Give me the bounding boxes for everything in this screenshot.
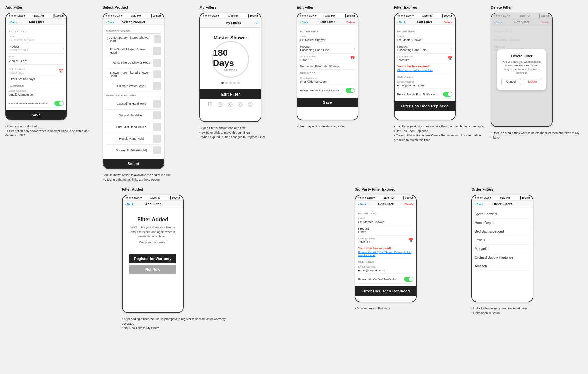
not-now-btn[interactable]: Not Now <box>129 265 176 274</box>
filter-expired-nav-title: Edit Filter <box>417 20 432 24</box>
order-store-1[interactable]: Sprite Showers <box>475 210 530 219</box>
edit-email-value[interactable]: email@domain.com <box>300 80 355 83</box>
product-item-5[interactable]: Ultimate Water Saver <box>106 80 161 92</box>
product-thumb-3[interactable] <box>153 59 161 67</box>
product-thumb-hh3[interactable] <box>153 123 161 131</box>
select-product-nav[interactable]: ‹ Back Select Product <box>103 19 164 26</box>
tab-icon-1[interactable]: ⊞ <box>208 100 213 108</box>
third-party-nav[interactable]: ‹ Back Edit Filter Delete <box>355 201 416 208</box>
product-thumb-hh4[interactable] <box>153 135 161 143</box>
select-product-btn[interactable]: Select <box>103 159 164 168</box>
filter-arc-option[interactable]: ARC <box>21 60 27 63</box>
tab-icon-5[interactable]: ◎ <box>248 100 253 108</box>
add-filter-date-row[interactable]: Date Installed Select Date 📅 <box>9 66 64 76</box>
product-thumb-hh2[interactable] <box>153 111 161 119</box>
order-filters-back-btn[interactable]: ‹ Back <box>475 203 483 206</box>
order-store-3[interactable]: Bed Bath & Beyond <box>475 227 530 236</box>
top-row: Add Filter ●●●●● SBX ▾ 1:20 PM ▐ 100%■ ‹… <box>5 5 583 182</box>
product-thumb-hh5[interactable] <box>153 146 161 154</box>
expired-label-value[interactable]: Ex. Master Shower <box>397 38 452 42</box>
tab-icon-3[interactable]: ◎ <box>228 100 233 108</box>
order-filters-body: Sprite Showers Home Depot Bed Bath & Bey… <box>472 208 533 302</box>
dot-4 <box>233 82 236 84</box>
add-filter-label-value[interactable]: Ex. Master Shower <box>9 38 64 42</box>
email-value[interactable]: email@domain.com <box>9 93 64 96</box>
third-party-email-value[interactable]: email@domain.com <box>358 269 413 272</box>
delete-modal-cancel-btn[interactable]: Cancel <box>501 78 521 85</box>
third-party-product-row[interactable]: Product Other › <box>358 225 413 236</box>
order-store-2[interactable]: Home Depot <box>475 219 530 227</box>
edit-label-value[interactable]: Ex. Master Shower <box>300 38 355 42</box>
edit-filter-save-btn[interactable]: Save <box>297 98 358 107</box>
product-item-3[interactable]: Royal Filtered Shower Head <box>106 57 161 69</box>
add-filter-nav[interactable]: ‹ Back Add Filter <box>6 19 66 26</box>
select-product-back-btn[interactable]: ‹ Back <box>106 21 114 24</box>
push-toggle[interactable] <box>54 101 64 106</box>
third-party-expired-link[interactable]: Browse the full Sprite Shower Catalog to… <box>358 251 413 257</box>
filter-added-back-btn[interactable]: ‹ Back <box>125 203 134 206</box>
add-filter-status: ●●●●● SBX ▾ 1:20 PM ▐ 100%■ <box>6 13 66 19</box>
third-party-date-row[interactable]: Date Installed 1/1/2017 📅 <box>358 236 413 245</box>
third-party-push-toggle[interactable] <box>404 277 413 282</box>
filter-type-selector[interactable]: ✓ SLC ARC <box>9 58 64 65</box>
register-warranty-btn[interactable]: Register for Warranty <box>129 254 176 263</box>
order-filters-nav[interactable]: ‹ Back Order Filters <box>472 201 533 208</box>
edit-filter-back-btn[interactable]: ‹ Back <box>300 21 308 24</box>
order-store-5[interactable]: Menard's <box>475 245 530 253</box>
order-filters-notes: Links to the online stores are listed he… <box>471 306 583 315</box>
delete-modal-confirm-btn[interactable]: Delete <box>523 78 542 85</box>
filter-added-nav[interactable]: ‹ Back Add Filter <box>123 201 183 208</box>
edit-filter-date-row[interactable]: Date Installed 1/1/2017 📅 <box>300 54 355 63</box>
add-filter-back-btn[interactable]: ‹ Back <box>9 21 17 24</box>
add-filter-save-btn[interactable]: Save <box>6 110 66 120</box>
expired-date-value: 1/1/2017 <box>397 58 414 62</box>
product-name-5: Ultimate Water Saver <box>117 84 146 88</box>
tab-icon-4[interactable]: ◎ <box>238 100 243 108</box>
product-item-2[interactable]: Pure Spray Filtered Shower Head <box>106 45 161 57</box>
order-filters-section: Order Filters ●●●●● SBX ▾ 1:20 PM ▐ 100%… <box>471 187 583 315</box>
product-item-hh3[interactable]: Pure Mist Hand-Held d <box>106 121 161 133</box>
product-item-hh4[interactable]: Royale Hand-Held <box>106 133 161 145</box>
third-party-delete-nav-btn[interactable]: Delete <box>405 203 413 206</box>
add-filter-product-row[interactable]: Product Select Product › <box>9 43 64 54</box>
my-filters-edit-btn[interactable]: Edit Filter <box>200 89 261 99</box>
third-party-back-btn[interactable]: ‹ Back <box>358 203 366 206</box>
expired-order-link[interactable]: Click here to order a new filter <box>397 69 452 72</box>
expired-email-value[interactable]: email@domain.com <box>397 84 452 87</box>
product-item-hh1[interactable]: Cascading Hand-Held <box>106 98 161 110</box>
filter-expired-back-btn[interactable]: ‹ Back <box>397 21 406 24</box>
product-thumb-4[interactable] <box>153 70 161 78</box>
edit-filter-product-row[interactable]: Product Cascading Hand-Held › <box>300 43 355 54</box>
product-thumb-5[interactable] <box>153 82 161 90</box>
filter-added-nav-title: Add Filter <box>145 202 161 206</box>
filter-expired-nav[interactable]: ‹ Back Edit Filter Delete <box>395 19 455 26</box>
order-store-7[interactable]: Amazon <box>475 262 530 271</box>
product-thumb-hh1[interactable] <box>153 100 161 108</box>
order-store-4[interactable]: Lowe's <box>475 236 530 245</box>
order-store-6[interactable]: Orchard Supply Hardware <box>475 253 530 262</box>
expired-date-row[interactable]: Date Installed 1/1/2017 📅 <box>397 54 452 63</box>
edit-push-toggle[interactable] <box>346 88 355 93</box>
product-item-4[interactable]: Shower Pure Filtered Shower Head <box>106 69 161 80</box>
filter-expired-delete-btn[interactable]: Delete <box>444 21 452 24</box>
product-item-1[interactable]: ✓ Contemporary Filtered Shower Head <box>106 34 161 45</box>
third-party-replaced-btn[interactable]: Filter Has Been Replaced <box>355 286 416 296</box>
delete-filter-notes: User is asked if they want to delete the… <box>491 131 583 140</box>
expired-push-toggle[interactable] <box>443 92 452 97</box>
product-thumb-1[interactable] <box>154 35 161 43</box>
select-product-status: ●●●●● SBX ▾ 1:20 PM ▐ 100%■ <box>103 13 164 19</box>
third-party-label-field: Label <box>358 217 413 220</box>
my-filters-add-btn[interactable]: + <box>255 20 258 26</box>
edit-filter-delete-btn[interactable]: Delete <box>346 21 355 24</box>
tab-icon-2[interactable]: ◎ <box>217 100 223 108</box>
product-name-hh1: Cascading Hand-Held <box>117 102 146 105</box>
product-item-hh5[interactable]: Shower P (4###0#-Hld) <box>106 145 161 156</box>
my-filters-nav[interactable]: My Filters + <box>200 19 261 28</box>
filter-expired-replaced-btn[interactable]: Filter Has Been Replaced <box>395 101 455 111</box>
product-item-hh2[interactable]: Original Hand-Held <box>106 110 161 121</box>
filter-slc-option[interactable]: ✓ SLC <box>9 60 18 63</box>
product-thumb-2[interactable] <box>153 47 161 55</box>
third-party-label-value[interactable]: Ex. Master Shower <box>358 220 413 224</box>
edit-filter-nav[interactable]: ‹ Back Edit Filter Delete <box>297 19 358 26</box>
expired-product-row[interactable]: Product Cascading Hand-Held › <box>397 43 452 54</box>
